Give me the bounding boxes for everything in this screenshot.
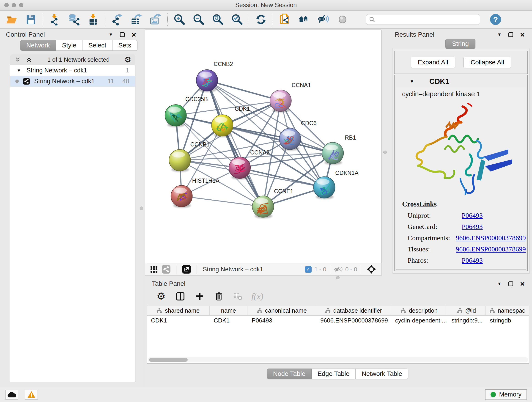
- import-network-icon[interactable]: [48, 13, 61, 26]
- create-column-icon[interactable]: [194, 290, 206, 302]
- documents-share-icon[interactable]: [278, 13, 291, 26]
- column-header-database-identifier[interactable]: database identifier: [316, 306, 391, 315]
- control-panel-header: Control Panel ▼ ×: [0, 29, 143, 38]
- open-session-icon[interactable]: [5, 13, 18, 26]
- network-collection-row[interactable]: ▼ String Network – cdk1 1: [10, 65, 135, 76]
- open-in-browser-icon[interactable]: [180, 265, 193, 274]
- node-CDKN1A[interactable]: [314, 177, 335, 199]
- export-network-icon[interactable]: [110, 13, 124, 26]
- table-cell[interactable]: 9606.ENSP00000378699: [316, 316, 391, 325]
- tab-sets[interactable]: Sets: [113, 40, 138, 51]
- horizontal-splitter[interactable]: [143, 276, 532, 279]
- tab-string[interactable]: String: [445, 39, 475, 49]
- grid-view-icon[interactable]: [148, 265, 160, 273]
- splitter-handle[interactable]: [336, 276, 340, 279]
- node-CDK1[interactable]: [211, 115, 233, 137]
- memory-button[interactable]: Memory: [485, 389, 527, 400]
- column-header-description[interactable]: description: [391, 306, 447, 315]
- collapse-all-icon[interactable]: [14, 56, 21, 63]
- crosslink-link[interactable]: 9606.ENSP00000378699: [456, 245, 526, 253]
- network-canvas[interactable]: CCNB2CCNA1CDC25BCDK1CDC6RB1CCNB1CCNA2CDK…: [145, 30, 381, 263]
- hide-toggle-icon[interactable]: [317, 13, 330, 26]
- tab-style[interactable]: Style: [56, 40, 82, 51]
- table-cell[interactable]: P06493: [247, 316, 316, 325]
- float-panel-icon[interactable]: [508, 32, 513, 37]
- node-RB1[interactable]: [322, 142, 343, 165]
- tab-edge-table[interactable]: Edge Table: [312, 369, 356, 379]
- panel-menu-icon[interactable]: ▼: [497, 32, 501, 37]
- warnings-button[interactable]: [25, 390, 38, 400]
- node-CCNA2[interactable]: [229, 157, 250, 179]
- table-cell[interactable]: CDK1: [147, 316, 210, 325]
- network-row-selected[interactable]: String Network – cdk1 11 48: [10, 76, 135, 87]
- table-cell[interactable]: cyclin-dependent ...: [391, 316, 447, 325]
- splitter-handle[interactable]: [383, 151, 387, 154]
- crosslink-link[interactable]: P06493: [462, 211, 483, 219]
- crosslink-link[interactable]: P06493: [462, 256, 483, 264]
- node-HIST1H1A[interactable]: [171, 185, 192, 208]
- network-share-icon[interactable]: [160, 265, 172, 274]
- crosslink-link[interactable]: P06493: [462, 223, 483, 230]
- delete-column-icon[interactable]: [213, 290, 225, 302]
- import-table-icon[interactable]: [87, 13, 100, 26]
- refresh-icon[interactable]: [254, 13, 268, 26]
- float-panel-icon[interactable]: [508, 281, 513, 286]
- expand-all-icon[interactable]: [26, 56, 32, 63]
- crosslink-link[interactable]: 9606.ENSP00000378699: [456, 234, 526, 242]
- show-columns-icon[interactable]: [174, 290, 186, 302]
- vertical-splitter[interactable]: [381, 29, 389, 276]
- node-CCNA1[interactable]: [270, 90, 291, 112]
- close-panel-icon[interactable]: ×: [520, 281, 525, 286]
- node-CCNE1[interactable]: [252, 196, 274, 218]
- splitter-handle[interactable]: [140, 206, 143, 210]
- close-panel-icon[interactable]: ×: [520, 32, 525, 37]
- zoom-fit-icon[interactable]: [211, 13, 225, 26]
- collection-count: 1: [126, 67, 129, 74]
- panel-menu-icon[interactable]: ▼: [497, 281, 501, 286]
- cloud-status-button[interactable]: [5, 390, 18, 400]
- table-row[interactable]: CDK1CDK1P064939606.ENSP00000378699cyclin…: [147, 316, 529, 325]
- column-header--id[interactable]: @id: [447, 306, 486, 315]
- node-label-CDKN1A: CDKN1A: [335, 170, 359, 176]
- section-collapse-arrow-icon[interactable]: ▼: [410, 79, 414, 84]
- collapse-all-button[interactable]: Collapse All: [463, 57, 511, 68]
- column-header-shared-name[interactable]: shared name: [147, 306, 210, 315]
- search-input[interactable]: [377, 16, 477, 23]
- table-cell[interactable]: stringdb: [486, 316, 529, 325]
- zoom-in-icon[interactable]: [173, 13, 186, 26]
- network-homes-icon[interactable]: [298, 13, 311, 26]
- selected-checkbox-icon[interactable]: ✓: [305, 266, 312, 273]
- node-CCNB1[interactable]: [169, 149, 191, 172]
- help-button[interactable]: ?: [490, 14, 501, 25]
- network-options-gear-icon[interactable]: ⚙: [124, 56, 131, 64]
- close-panel-icon[interactable]: ×: [132, 32, 136, 37]
- export-table-icon[interactable]: [130, 13, 143, 26]
- zoom-selected-icon[interactable]: [230, 13, 244, 26]
- zoom-out-icon[interactable]: [192, 13, 205, 26]
- import-database-icon[interactable]: [67, 13, 81, 26]
- tab-network-table[interactable]: Network Table: [355, 369, 408, 379]
- table-options-gear-icon[interactable]: ⚙: [155, 290, 167, 302]
- tab-node-table[interactable]: Node Table: [267, 369, 312, 379]
- search-field[interactable]: [366, 14, 480, 25]
- expand-all-button[interactable]: Expand All: [411, 57, 455, 68]
- node-CDC6[interactable]: [279, 128, 301, 151]
- scrollbar-thumb[interactable]: [149, 358, 188, 362]
- node-section-header[interactable]: ▼ CDK1: [394, 75, 527, 88]
- export-image-icon[interactable]: [149, 13, 162, 26]
- panel-menu-icon[interactable]: ▼: [109, 32, 113, 37]
- column-header-namespac[interactable]: namespac: [486, 306, 529, 315]
- collection-expand-arrow-icon[interactable]: ▼: [17, 68, 21, 73]
- float-panel-icon[interactable]: [120, 32, 125, 37]
- network-graph[interactable]: CCNB2CCNA1CDC25BCDK1CDC6RB1CCNB1CCNA2CDK…: [145, 30, 381, 263]
- tab-select[interactable]: Select: [82, 40, 113, 51]
- table-cell[interactable]: CDK1: [210, 316, 248, 325]
- column-header-name[interactable]: name: [210, 306, 248, 315]
- save-session-icon[interactable]: [24, 13, 38, 26]
- tab-network[interactable]: Network: [20, 40, 56, 51]
- table-horizontal-scrollbar[interactable]: [148, 357, 528, 362]
- table-cell[interactable]: stringdb:9...: [447, 316, 486, 325]
- node-CDC25B[interactable]: [165, 104, 186, 127]
- birds-eye-view-icon[interactable]: [365, 264, 378, 274]
- column-header-canonical-name[interactable]: canonical name: [247, 306, 316, 315]
